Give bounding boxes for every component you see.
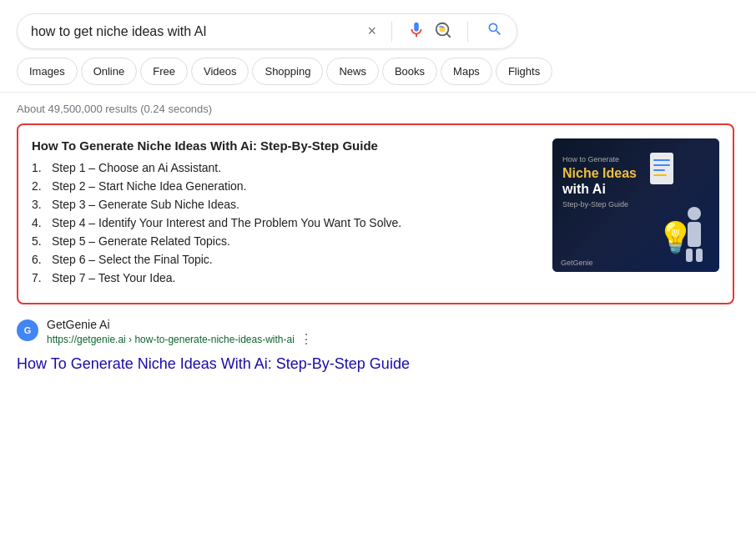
img-text-block: How to Generate Niche Ideas with Ai Step…	[562, 155, 637, 209]
search-bar: ×	[17, 13, 517, 49]
step-num: 2.	[32, 179, 48, 193]
source-name: GetGenie Ai	[47, 318, 734, 331]
img-text-niche: Niche Ideas	[562, 165, 637, 181]
step-num: 3.	[32, 198, 48, 211]
svg-rect-6	[696, 249, 703, 262]
mic-icon[interactable]	[407, 21, 426, 42]
svg-point-3	[688, 207, 701, 220]
step-text: Step 2 – Start Niche Idea Generation.	[52, 179, 246, 193]
lens-icon[interactable]	[434, 21, 452, 42]
featured-snippet: How To Generate Niche Ideas With Ai: Ste…	[17, 123, 734, 304]
tab-maps[interactable]: Maps	[441, 58, 492, 85]
search-input[interactable]	[31, 24, 367, 39]
img-person-icon	[678, 205, 711, 264]
list-item: 2. Step 2 – Start Niche Idea Generation.	[32, 179, 539, 193]
first-result-title[interactable]: How To Generate Niche Ideas With Ai: Ste…	[17, 355, 734, 373]
svg-rect-5	[686, 249, 693, 262]
source-info: GetGenie Ai https://getgenie.ai › how-to…	[47, 318, 734, 347]
img-text-guide: Step-by-Step Guide	[562, 200, 637, 209]
search-bar-section: ×	[0, 0, 756, 58]
tab-free[interactable]: Free	[140, 58, 188, 85]
vertical-divider	[391, 22, 392, 42]
results-area: About 49,500,000 results (0.24 seconds) …	[0, 93, 756, 383]
tab-flights[interactable]: Flights	[496, 58, 552, 85]
clear-icon[interactable]: ×	[367, 23, 376, 40]
step-num: 6.	[32, 253, 48, 266]
svg-rect-11	[653, 174, 667, 176]
nav-tabs: Images Online Free Videos Shopping News …	[0, 58, 756, 93]
step-text: Step 3 – Generate Sub Niche Ideas.	[52, 198, 239, 211]
tab-shopping[interactable]: Shopping	[252, 58, 323, 85]
step-text: Step 6 – Select the Final Topic.	[52, 253, 213, 266]
result-count: About 49,500,000 results (0.24 seconds)	[17, 103, 739, 115]
svg-line-2	[446, 33, 450, 37]
step-num: 1.	[32, 161, 48, 174]
img-text-with-ai: with Ai	[562, 181, 637, 197]
step-num: 7.	[32, 271, 48, 284]
list-item: 6. Step 6 – Select the Final Topic.	[32, 253, 539, 266]
step-text: Step 7 – Test Your Idea.	[52, 271, 175, 284]
tab-videos[interactable]: Videos	[191, 58, 249, 85]
source-menu-icon[interactable]: ⋮	[300, 331, 313, 347]
search-icons: ×	[367, 21, 503, 42]
tab-books[interactable]: Books	[382, 58, 437, 85]
svg-rect-10	[653, 169, 665, 171]
vertical-divider-2	[467, 22, 468, 42]
svg-rect-8	[653, 159, 670, 161]
step-num: 5.	[32, 234, 48, 248]
tab-images[interactable]: Images	[17, 58, 78, 85]
list-item: 5. Step 5 – Generate Related Topics.	[32, 234, 539, 248]
snippet-image-inner: How to Generate Niche Ideas with Ai Step…	[552, 138, 719, 272]
img-getgenie-label: GetGenie	[561, 259, 593, 267]
img-text-small: How to Generate	[562, 155, 637, 163]
step-text: Step 5 – Generate Related Topics.	[52, 234, 230, 248]
snippet-thumbnail: How to Generate Niche Ideas with Ai Step…	[552, 138, 719, 272]
source-url[interactable]: https://getgenie.ai › how-to-generate-ni…	[47, 331, 734, 347]
source-url-text: https://getgenie.ai › how-to-generate-ni…	[47, 334, 295, 345]
svg-rect-9	[653, 164, 670, 166]
snippet-content: How To Generate Niche Ideas With Ai: Ste…	[32, 138, 539, 289]
step-text: Step 4 – Identify Your Interest and The …	[52, 216, 401, 229]
list-item: 7. Step 7 – Test Your Idea.	[32, 271, 539, 284]
step-num: 4.	[32, 216, 48, 229]
svg-rect-4	[688, 222, 701, 247]
step-text: Step 1 – Choose an Ai Assistant.	[52, 161, 221, 174]
tab-news[interactable]: News	[326, 58, 379, 85]
list-item: 3. Step 3 – Generate Sub Niche Ideas.	[32, 198, 539, 211]
source-favicon: G	[17, 319, 38, 341]
source-row: G GetGenie Ai https://getgenie.ai › how-…	[17, 318, 734, 347]
img-document-icon	[648, 151, 678, 189]
list-item: 4. Step 4 – Identify Your Interest and T…	[32, 216, 539, 229]
snippet-title: How To Generate Niche Ideas With Ai: Ste…	[32, 138, 539, 153]
list-item: 1. Step 1 – Choose an Ai Assistant.	[32, 161, 539, 174]
svg-rect-7	[650, 153, 673, 184]
search-button[interactable]	[486, 21, 503, 42]
snippet-list: 1. Step 1 – Choose an Ai Assistant. 2. S…	[32, 161, 539, 284]
tab-online[interactable]: Online	[81, 58, 138, 85]
